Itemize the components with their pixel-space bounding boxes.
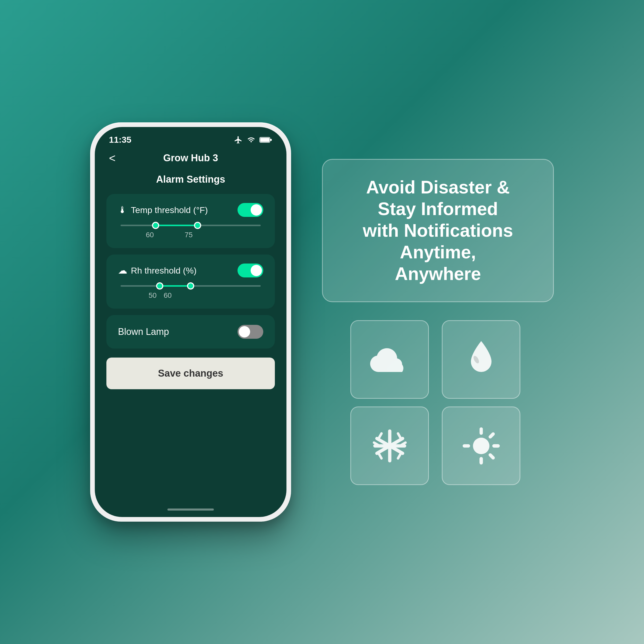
rh-label: ☁ Rh threshold (%) bbox=[118, 265, 197, 276]
status-icons bbox=[234, 135, 272, 144]
phone-wrapper: 11:35 bbox=[90, 122, 291, 522]
alarm-settings-title: Alarm Settings bbox=[106, 174, 275, 185]
rh-max-label: 60 bbox=[164, 291, 172, 300]
sun-cell bbox=[442, 406, 520, 485]
snowflake-cell bbox=[350, 406, 429, 485]
rh-label-text: Rh threshold (%) bbox=[131, 266, 197, 276]
temp-min-label: 60 bbox=[146, 231, 154, 239]
temp-max-label: 75 bbox=[185, 231, 193, 239]
notification-card: Avoid Disaster & Stay Informed with Noti… bbox=[322, 159, 554, 302]
cloud-cell bbox=[350, 320, 429, 399]
battery-icon bbox=[259, 136, 272, 143]
nav-bar: < Grow Hub 3 bbox=[95, 147, 286, 169]
phone-screen: 11:35 bbox=[95, 127, 286, 517]
airplane-icon bbox=[234, 135, 243, 144]
notch bbox=[155, 127, 227, 140]
rh-toggle[interactable] bbox=[238, 264, 263, 277]
rh-slider-container: 50 60 bbox=[118, 285, 263, 300]
notif-line2: Stay Informed bbox=[378, 199, 498, 219]
water-drop-icon bbox=[461, 339, 502, 380]
notification-title: Avoid Disaster & Stay Informed with Noti… bbox=[341, 176, 535, 285]
temp-card-header: 🌡 Temp threshold (°F) bbox=[118, 203, 263, 217]
save-button[interactable]: Save changes bbox=[106, 358, 275, 389]
temp-toggle-knob bbox=[251, 204, 262, 216]
rh-slider-track[interactable] bbox=[121, 285, 261, 287]
svg-rect-1 bbox=[260, 138, 269, 142]
temp-slider-track[interactable] bbox=[121, 225, 261, 226]
temp-thumb-left[interactable] bbox=[152, 222, 159, 229]
rh-thumb-right[interactable] bbox=[187, 282, 194, 290]
app-content: Alarm Settings 🌡 Temp threshold (°F) bbox=[95, 169, 286, 509]
phone-frame: 11:35 bbox=[90, 122, 291, 522]
back-button[interactable]: < bbox=[109, 152, 116, 165]
temp-card: 🌡 Temp threshold (°F) bbox=[106, 194, 275, 248]
notif-line3: with Notifications bbox=[363, 221, 513, 241]
sun-icon bbox=[461, 425, 502, 467]
rh-toggle-knob bbox=[251, 265, 262, 276]
rh-card: ☁ Rh threshold (%) bbox=[106, 255, 275, 309]
blown-lamp-label: Blown Lamp bbox=[118, 326, 169, 337]
cloud-icon bbox=[369, 339, 410, 380]
svg-point-14 bbox=[473, 438, 489, 454]
temp-slider-labels: 60 75 bbox=[121, 231, 261, 239]
svg-rect-11 bbox=[396, 452, 402, 460]
cloud-icon-card: ☁ bbox=[118, 265, 127, 276]
svg-rect-22 bbox=[479, 457, 483, 464]
svg-rect-9 bbox=[396, 432, 402, 439]
svg-rect-21 bbox=[488, 453, 495, 460]
svg-rect-20 bbox=[492, 444, 500, 447]
rh-slider-labels: 50 60 bbox=[121, 291, 261, 300]
notif-line4: Anytime, bbox=[400, 242, 476, 262]
water-drop-cell bbox=[442, 320, 520, 399]
svg-rect-8 bbox=[377, 432, 383, 439]
blown-lamp-card: Blown Lamp bbox=[106, 315, 275, 349]
svg-rect-15 bbox=[479, 427, 483, 435]
temp-slider-container: 60 75 bbox=[118, 225, 263, 239]
blown-lamp-toggle[interactable] bbox=[238, 325, 263, 339]
temp-label-text: Temp threshold (°F) bbox=[131, 205, 208, 215]
main-container: 11:35 bbox=[39, 122, 605, 522]
temp-thumb-right[interactable] bbox=[194, 222, 201, 229]
rh-card-header: ☁ Rh threshold (%) bbox=[118, 264, 263, 277]
status-time: 11:35 bbox=[109, 135, 131, 145]
wifi-icon bbox=[246, 136, 256, 144]
notif-line1: Avoid Disaster & bbox=[366, 177, 510, 197]
svg-rect-10 bbox=[377, 452, 383, 460]
svg-rect-2 bbox=[270, 139, 272, 141]
rh-thumb-left[interactable] bbox=[156, 282, 163, 290]
nav-title: Grow Hub 3 bbox=[163, 152, 218, 164]
rh-slider-fill bbox=[160, 285, 191, 287]
right-side: Avoid Disaster & Stay Informed with Noti… bbox=[322, 159, 554, 485]
svg-rect-19 bbox=[488, 431, 495, 439]
temp-toggle[interactable] bbox=[238, 203, 263, 217]
notif-line5: Anywhere bbox=[395, 264, 481, 284]
rh-min-label: 50 bbox=[149, 291, 157, 300]
thermometer-icon: 🌡 bbox=[118, 205, 127, 215]
snowflake-icon bbox=[369, 425, 410, 467]
temp-label: 🌡 Temp threshold (°F) bbox=[118, 205, 208, 215]
icon-grid bbox=[350, 320, 526, 485]
temp-slider-fill bbox=[156, 225, 198, 226]
blown-lamp-toggle-knob bbox=[239, 326, 250, 337]
home-indicator bbox=[167, 509, 214, 511]
svg-rect-17 bbox=[463, 444, 470, 447]
